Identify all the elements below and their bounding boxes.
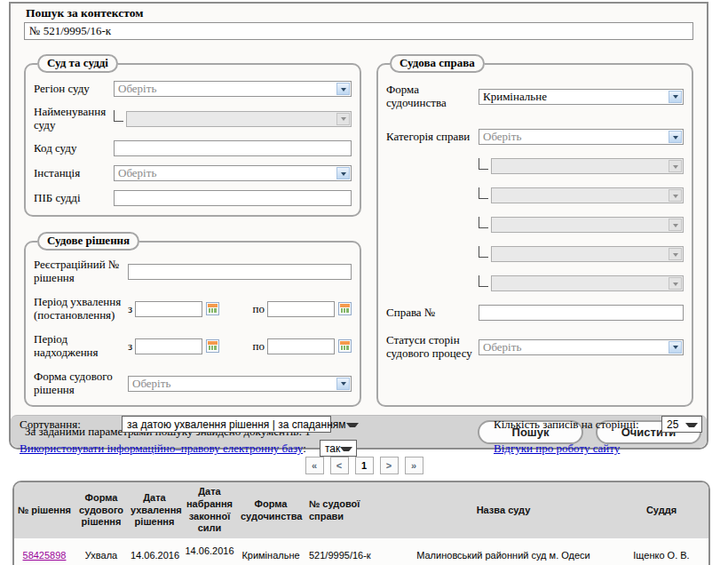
pagination: « < 1 > » bbox=[0, 457, 728, 474]
calendar-icon[interactable] bbox=[206, 302, 219, 315]
case-category-label: Категорія справи bbox=[386, 131, 479, 144]
decision-form-select[interactable]: Оберіть bbox=[128, 376, 352, 392]
adoption-period-label: Період ухвалення (постановлення) bbox=[34, 296, 128, 322]
tree-elbow-connector bbox=[479, 217, 488, 228]
decision-number-link[interactable]: 58425898 bbox=[23, 550, 67, 561]
court-name-select bbox=[126, 111, 352, 127]
tree-elbow-connector bbox=[479, 187, 488, 199]
decision-form-label: Форма судового рішення bbox=[34, 370, 128, 396]
court-and-judges-fieldset: Суд та судді Регіон суду Оберіть Наймену… bbox=[24, 54, 361, 217]
sort-select-value: за датою ухвалення рішення | за спадання… bbox=[127, 418, 346, 431]
cell-adoption-date: 14.06.2016 bbox=[128, 538, 181, 565]
date-to-label: по bbox=[253, 339, 267, 354]
court-decision-fieldset: Судове рішення Реєстраційний № рішення П… bbox=[24, 232, 361, 407]
proceeding-form-select-value: Кримінальне bbox=[479, 90, 668, 104]
court-name-select-value bbox=[127, 112, 336, 126]
subcategory-select-4 bbox=[491, 246, 684, 262]
legal-base-colon: : bbox=[303, 442, 306, 455]
judge-name-input[interactable] bbox=[114, 190, 352, 206]
subcategory-select-3 bbox=[491, 217, 684, 233]
region-select[interactable]: Оберіть bbox=[114, 81, 352, 97]
calendar-icon[interactable] bbox=[338, 302, 352, 315]
pagination-next-button[interactable]: > bbox=[380, 457, 399, 474]
sort-select[interactable]: за датою ухвалення рішення | за спадання… bbox=[122, 416, 331, 433]
region-select-value: Оберіть bbox=[115, 82, 336, 96]
dropdown-arrow-icon bbox=[336, 113, 350, 125]
cell-case-number: 521/9995/16-к bbox=[304, 538, 392, 565]
dropdown-arrow-icon bbox=[669, 219, 682, 231]
adoption-date-to-input[interactable] bbox=[267, 301, 335, 317]
proceeding-form-label: Форма судочинства bbox=[386, 84, 479, 109]
dropdown-arrow-icon[interactable] bbox=[336, 167, 350, 179]
header-adoption-date: Дата ухвалення рішення bbox=[128, 482, 181, 538]
cell-court-name: Малиновський районний суд м. Одеси bbox=[392, 538, 614, 565]
registration-number-input[interactable] bbox=[128, 264, 352, 280]
tree-elbow-connector bbox=[479, 246, 488, 258]
header-decision-number: № рішення bbox=[14, 482, 75, 538]
decision-fieldset-legend: Судове рішення bbox=[37, 232, 139, 251]
court-fieldset-legend: Суд та судді bbox=[37, 54, 118, 73]
dropdown-arrow-icon bbox=[669, 189, 682, 202]
header-legal-force-date: Дата набрання законної сили bbox=[181, 482, 238, 538]
context-search-label: Пошук за контекстом bbox=[24, 6, 693, 20]
dropdown-arrow-icon[interactable] bbox=[669, 91, 682, 103]
sort-label: Сортування: bbox=[20, 418, 81, 432]
pagination-first-button[interactable]: « bbox=[305, 457, 324, 474]
pagination-last-button[interactable]: » bbox=[405, 457, 423, 474]
calendar-icon[interactable] bbox=[206, 339, 219, 353]
per-page-select[interactable]: 25 bbox=[661, 416, 702, 433]
calendar-icon[interactable] bbox=[338, 339, 352, 353]
court-name-label: Найменування суду bbox=[34, 106, 114, 131]
legal-base-select-value: так bbox=[325, 442, 340, 455]
tree-elbow-connector bbox=[479, 158, 488, 170]
context-search-input[interactable] bbox=[24, 22, 693, 40]
dropdown-arrow-icon[interactable] bbox=[336, 83, 350, 95]
legal-base-link[interactable]: Використовувати інформаційно–правову еле… bbox=[20, 442, 303, 455]
subcategory-select-2 bbox=[491, 187, 684, 203]
header-case-number: № судової справи bbox=[304, 482, 392, 538]
proceeding-form-select[interactable]: Кримінальне bbox=[479, 89, 684, 105]
header-proceeding-form: Форма судочинства bbox=[238, 482, 304, 538]
legal-base-select[interactable]: так bbox=[320, 440, 357, 457]
instance-label: Інстанція bbox=[34, 167, 114, 180]
dropdown-arrow-icon[interactable] bbox=[669, 131, 682, 143]
header-court-name: Назва суду bbox=[392, 482, 614, 538]
region-label: Регіон суду bbox=[34, 83, 114, 96]
receipt-date-to-input[interactable] bbox=[267, 338, 335, 354]
receipt-date-from-input[interactable] bbox=[135, 338, 202, 354]
search-form-panel: Пошук за контекстом Суд та судді Регіон … bbox=[9, 2, 708, 450]
pagination-page-1-button[interactable]: 1 bbox=[355, 457, 374, 474]
judge-name-label: ПІБ судді bbox=[34, 192, 114, 205]
cell-legal-force-date: 14.06.2016 bbox=[181, 538, 238, 565]
adoption-date-from-input[interactable] bbox=[135, 301, 202, 317]
date-to-label: по bbox=[253, 302, 267, 316]
per-page-select-value: 25 bbox=[667, 418, 678, 431]
case-category-select-value: Оберіть bbox=[479, 130, 668, 144]
pagination-prev-button[interactable]: < bbox=[330, 457, 349, 474]
court-code-input[interactable] bbox=[114, 140, 352, 156]
table-row: 58425898 Ухвала 14.06.2016 14.06.2016 Кр… bbox=[14, 538, 708, 565]
dropdown-arrow-icon[interactable] bbox=[336, 378, 350, 390]
dropdown-arrow-icon[interactable] bbox=[669, 341, 682, 354]
dropdown-arrow-icon bbox=[669, 277, 682, 290]
party-statuses-select[interactable]: Оберіть bbox=[479, 339, 684, 355]
case-number-input[interactable] bbox=[479, 305, 684, 321]
table-header-row: № рішення Форма судового рішення Дата ух… bbox=[14, 482, 708, 538]
date-from-label: з bbox=[128, 302, 135, 316]
instance-select[interactable]: Оберіть bbox=[114, 165, 352, 181]
feedback-link[interactable]: Відгуки про роботу сайту bbox=[494, 442, 620, 456]
cell-proceeding-form: Кримінальне bbox=[238, 538, 304, 565]
cell-decision-form: Ухвала bbox=[75, 538, 128, 565]
tree-elbow-connector bbox=[479, 275, 488, 287]
per-page-label: Кількість записів на сторінці: bbox=[494, 418, 639, 432]
receipt-period-label: Період надходження bbox=[34, 333, 128, 359]
results-table: № рішення Форма судового рішення Дата ух… bbox=[12, 481, 710, 565]
registration-number-label: Реєстраційний № рішення bbox=[34, 259, 128, 284]
date-from-label: з bbox=[128, 339, 135, 354]
court-case-fieldset: Судова справа Форма судочинства Кримінал… bbox=[376, 54, 693, 407]
case-number-label: Справа № bbox=[386, 306, 479, 320]
case-category-select[interactable]: Оберіть bbox=[479, 129, 684, 145]
dropdown-arrow-icon bbox=[669, 160, 682, 172]
cell-judge: Іщенко О. В. bbox=[614, 538, 708, 565]
party-statuses-select-value: Оберіть bbox=[479, 340, 668, 354]
